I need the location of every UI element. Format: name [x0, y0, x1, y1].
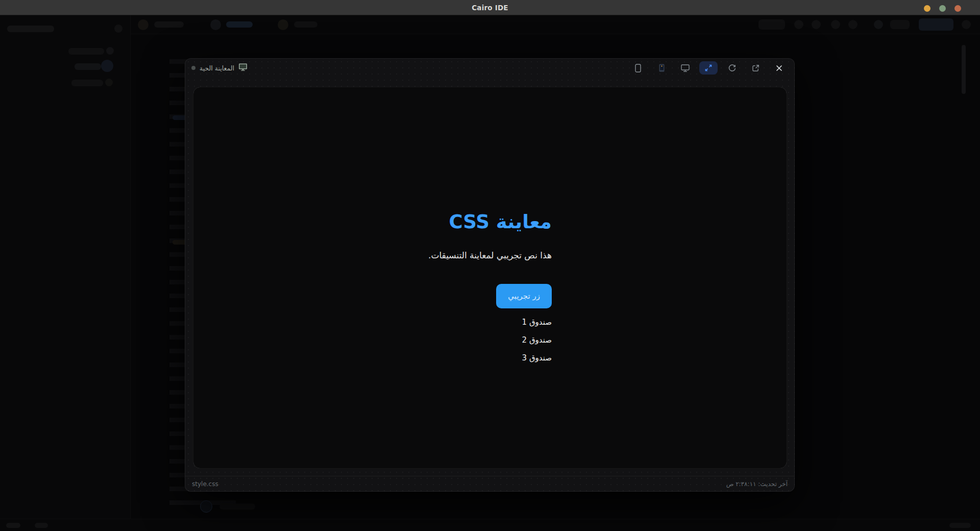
toolbar-button-ghost [758, 19, 785, 30]
corner-bracket [193, 460, 202, 469]
tab-label-ghost-active [226, 21, 253, 28]
modal-header: المعاينة الحية [185, 59, 794, 77]
demo-button[interactable]: زر تجريبي [496, 284, 552, 308]
tab-label-ghost [294, 21, 317, 28]
file-item-ghost [71, 80, 103, 86]
box-item: صندوق 1 [428, 313, 552, 331]
tab-icon-ghost [138, 19, 149, 30]
floating-button-ghost [200, 500, 212, 513]
corner-bracket [778, 460, 787, 469]
toolbar-primary-button-ghost [919, 18, 953, 31]
file-item-ghost [68, 48, 104, 55]
toolbar-button-ghost [890, 20, 910, 29]
file-item-ghost [75, 63, 101, 70]
modal-footer: style.css آخر تحديث: ٢:٣٨:١١ ص [185, 476, 794, 491]
sidebar-collapse-icon-ghost [114, 25, 122, 33]
scrollbar-thumb-ghost [962, 45, 966, 94]
toolbar-icon-ghost [831, 20, 840, 29]
toolbar-icon-ghost [848, 20, 857, 29]
close-icon[interactable] [770, 61, 788, 75]
window-controls [924, 0, 961, 15]
corner-bracket [193, 87, 202, 95]
desktop-view-icon[interactable] [676, 61, 694, 75]
monitor-emoji-icon [238, 63, 248, 73]
file-icon-ghost [105, 79, 113, 86]
file-icon-ghost [106, 47, 114, 55]
tablet-view-icon[interactable] [652, 61, 671, 75]
box-item: صندوق 3 [428, 349, 552, 367]
editor-widget-ghost [219, 503, 255, 510]
tab-icon-ghost [210, 19, 221, 30]
modal-header-left: المعاينة الحية [191, 63, 248, 73]
expand-toggle-icon[interactable] [699, 61, 718, 75]
sidebar-title-ghost [7, 26, 54, 32]
toolbar-icon-ghost [874, 20, 883, 29]
preview-button-row: زر تجريبي [428, 284, 552, 308]
file-icon-ghost [101, 60, 113, 72]
toolbar-icon-ghost [794, 20, 803, 29]
open-external-icon[interactable] [746, 61, 765, 75]
tab-icon-ghost [278, 19, 288, 30]
preview-filename: style.css [192, 480, 218, 488]
status-item-ghost [949, 523, 971, 528]
status-item-ghost [35, 523, 48, 528]
preview-content: معاينة CSS هذا نص تجريبي لمعاينة التنسيق… [428, 211, 552, 367]
toolbar-icon-ghost [962, 20, 971, 29]
window-title: Cairo IDE [472, 4, 508, 12]
last-update-label: آخر تحديث: ٢:٣٨:١١ ص [726, 480, 788, 488]
sidebar-ghost [0, 15, 131, 519]
tabbar-ghost [131, 15, 980, 34]
box-item: صندوق 2 [428, 331, 552, 349]
modal-title: المعاينة الحية [200, 64, 234, 72]
live-preview-modal: المعاينة الحية [185, 58, 795, 492]
maximize-button[interactable] [939, 5, 946, 12]
refresh-icon[interactable] [723, 61, 741, 75]
preview-heading: معاينة CSS [428, 211, 552, 233]
preview-paragraph: هذا نص تجريبي لمعاينة التنسيقات. [428, 250, 552, 260]
minimize-button[interactable] [924, 5, 930, 12]
tab-label-ghost [154, 21, 184, 28]
mobile-view-icon[interactable] [629, 61, 647, 75]
statusbar-ghost [0, 519, 980, 531]
preview-viewport: معاينة CSS هذا نص تجريبي لمعاينة التنسيق… [193, 87, 787, 469]
toolbar-icon-ghost [812, 20, 821, 29]
status-dot [191, 66, 195, 70]
close-window-button[interactable] [954, 5, 961, 12]
status-item-ghost [6, 523, 20, 528]
preview-toolbar [629, 61, 788, 75]
os-titlebar: Cairo IDE [0, 0, 980, 15]
corner-bracket [778, 87, 787, 95]
